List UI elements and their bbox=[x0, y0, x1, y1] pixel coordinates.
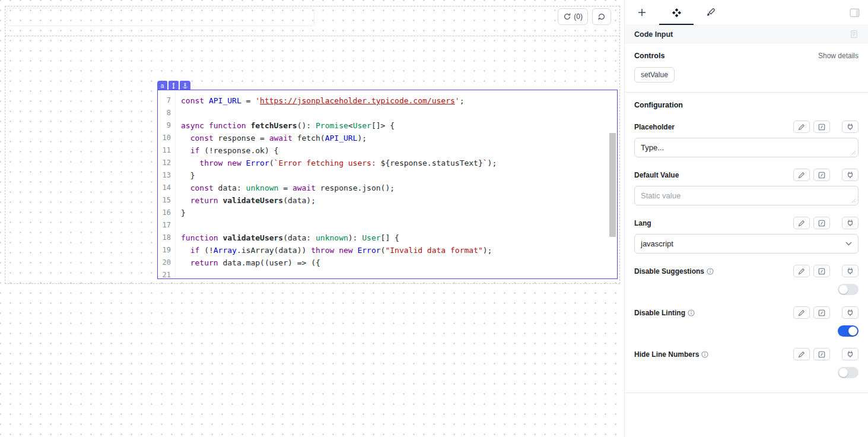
info-icon bbox=[688, 309, 695, 316]
component-badge[interactable]: a bbox=[157, 81, 167, 90]
code-line[interactable]: 19 if (!Array.isArray(data)) throw new E… bbox=[158, 244, 617, 256]
line-number: 20 bbox=[158, 256, 176, 269]
code-line-text: } bbox=[176, 207, 186, 219]
collapse-panel-icon[interactable] bbox=[850, 8, 860, 17]
edit-button[interactable] bbox=[793, 169, 810, 181]
line-number: 10 bbox=[158, 132, 176, 144]
code-line-text: return data.map((user) => ({ bbox=[176, 256, 320, 269]
connect-button[interactable] bbox=[842, 306, 859, 319]
field-lang: Lang javascript bbox=[634, 217, 859, 254]
code-line[interactable]: 11 if (!response.ok) { bbox=[158, 144, 617, 157]
code-line[interactable]: 8 bbox=[158, 107, 617, 119]
field-label: Disable Suggestions bbox=[634, 267, 704, 276]
resize-handle-icon[interactable] bbox=[851, 150, 856, 155]
code-line[interactable]: 10 const response = await fetch(API_URL)… bbox=[158, 132, 617, 144]
reset-state-button[interactable] bbox=[592, 8, 611, 25]
lang-select[interactable]: javascript bbox=[634, 234, 859, 254]
code-line[interactable]: 17 bbox=[158, 219, 617, 232]
code-line-text: throw new Error(`Error fetching users: $… bbox=[176, 157, 497, 169]
edit-button[interactable] bbox=[793, 265, 810, 277]
anchor-icon[interactable] bbox=[180, 81, 190, 90]
field-label: Default Value bbox=[634, 171, 679, 179]
code-line[interactable]: 20 return data.map((user) => ({ bbox=[158, 256, 617, 269]
configuration-title: Configuration bbox=[634, 101, 859, 109]
code-box-button[interactable] bbox=[813, 121, 830, 133]
edit-button[interactable] bbox=[793, 306, 810, 319]
resize-handle-icon[interactable] bbox=[851, 198, 856, 203]
line-number: 14 bbox=[158, 182, 176, 194]
code-line[interactable]: 6 bbox=[158, 90, 617, 94]
configuration-section: Configuration Placeholder Type... bbox=[625, 93, 868, 393]
code-box-button[interactable] bbox=[813, 348, 830, 360]
code-line[interactable]: 21 bbox=[158, 269, 617, 278]
line-number: 21 bbox=[158, 269, 176, 278]
inspector-tabs bbox=[625, 0, 868, 25]
refresh-counter: (0) bbox=[574, 12, 583, 21]
code-line[interactable]: 14 const data: unknown = await response.… bbox=[158, 182, 617, 194]
code-line-text: function validateUsers(data: unknown): U… bbox=[176, 232, 399, 244]
code-line[interactable]: 13 } bbox=[158, 169, 617, 182]
code-editor-content: 67const API_URL = 'https://jsonplacehold… bbox=[158, 90, 617, 278]
code-line[interactable]: 15 return validateUsers(data); bbox=[158, 194, 617, 207]
default-value-input[interactable]: Static value bbox=[634, 186, 859, 205]
line-number: 13 bbox=[158, 169, 176, 182]
hide-line-numbers-toggle[interactable] bbox=[838, 367, 859, 378]
code-box-button[interactable] bbox=[813, 217, 830, 229]
show-details-link[interactable]: Show details bbox=[818, 52, 859, 60]
code-box-button[interactable] bbox=[813, 306, 830, 319]
connect-button[interactable] bbox=[842, 121, 859, 133]
code-box-button[interactable] bbox=[813, 169, 830, 181]
connect-button[interactable] bbox=[842, 217, 859, 229]
code-line-text bbox=[176, 219, 181, 232]
code-line[interactable]: 7const API_URL = 'https://jsonplaceholde… bbox=[158, 94, 617, 107]
setvalue-control-button[interactable]: setValue bbox=[634, 67, 675, 83]
history-icon bbox=[597, 12, 606, 21]
code-line-text: async function fetchUsers(): Promise<Use… bbox=[176, 119, 395, 132]
docs-icon[interactable] bbox=[850, 30, 859, 39]
code-line[interactable]: 18function validateUsers(data: unknown):… bbox=[158, 232, 617, 244]
tab-components[interactable] bbox=[659, 0, 694, 25]
code-line[interactable]: 16} bbox=[158, 207, 617, 219]
code-box-button[interactable] bbox=[813, 265, 830, 277]
line-number: 9 bbox=[158, 119, 176, 132]
editor-scrollbar-thumb[interactable] bbox=[609, 133, 616, 237]
disable-linting-toggle[interactable] bbox=[838, 325, 859, 337]
code-editor[interactable]: 67const API_URL = 'https://jsonplacehold… bbox=[158, 90, 617, 278]
editor-canvas[interactable]: (0) a 67const API_URL = 'https://jsonpla… bbox=[0, 0, 624, 437]
drag-handle-icon[interactable] bbox=[168, 81, 179, 90]
refresh-state-button[interactable]: (0) bbox=[558, 8, 588, 25]
line-number: 15 bbox=[158, 194, 176, 207]
inspector-panel: Code Input Controls Show details setValu… bbox=[624, 0, 868, 437]
code-line-text: if (!Array.isArray(data)) throw new Erro… bbox=[176, 244, 492, 256]
edit-button[interactable] bbox=[793, 217, 810, 229]
bottom-divider bbox=[625, 392, 868, 393]
code-line-text: } bbox=[176, 169, 195, 182]
disable-suggestions-toggle[interactable] bbox=[838, 284, 859, 295]
line-number: 6 bbox=[158, 90, 176, 94]
line-number: 16 bbox=[158, 207, 176, 219]
code-line[interactable]: 9async function fetchUsers(): Promise<Us… bbox=[158, 119, 617, 132]
code-line-text: const data: unknown = await response.jso… bbox=[176, 182, 395, 194]
connect-button[interactable] bbox=[842, 348, 859, 360]
placeholder-input[interactable]: Type... bbox=[634, 138, 859, 157]
field-label: Lang bbox=[634, 219, 651, 227]
field-hide-line-numbers: Hide Line Numbers bbox=[634, 348, 859, 378]
connect-button[interactable] bbox=[842, 169, 859, 181]
field-disable-suggestions: Disable Suggestions bbox=[634, 265, 859, 295]
line-number: 8 bbox=[158, 107, 176, 119]
edit-button[interactable] bbox=[793, 348, 810, 360]
plus-icon bbox=[637, 8, 647, 17]
code-line[interactable]: 12 throw new Error(`Error fetching users… bbox=[158, 157, 617, 169]
edit-button[interactable] bbox=[793, 121, 810, 133]
info-icon bbox=[707, 268, 714, 275]
tab-styles[interactable] bbox=[694, 0, 728, 25]
line-number: 19 bbox=[158, 244, 176, 256]
styles-brush-icon bbox=[706, 8, 716, 17]
code-line-text: if (!response.ok) { bbox=[176, 144, 278, 157]
connect-button[interactable] bbox=[842, 265, 859, 277]
code-line-text bbox=[176, 90, 181, 94]
field-label: Disable Linting bbox=[634, 309, 685, 317]
tab-insert[interactable] bbox=[625, 0, 659, 25]
code-input-component[interactable]: 67const API_URL = 'https://jsonplacehold… bbox=[157, 90, 618, 279]
line-number: 12 bbox=[158, 157, 176, 169]
